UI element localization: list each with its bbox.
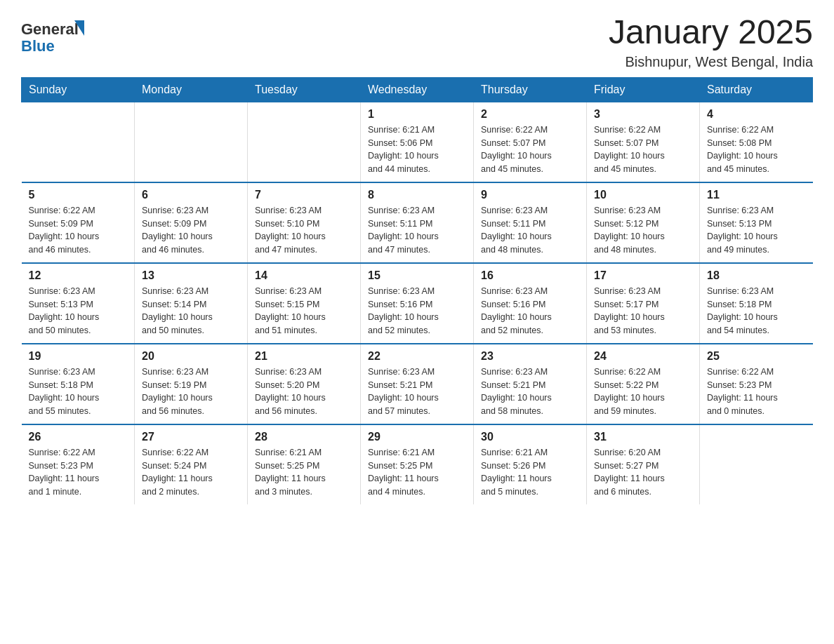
day-info: Sunrise: 6:23 AM Sunset: 5:16 PM Dayligh… — [481, 285, 579, 337]
day-number: 19 — [29, 350, 128, 363]
day-number: 22 — [368, 350, 466, 363]
day-info: Sunrise: 6:21 AM Sunset: 5:06 PM Dayligh… — [368, 123, 466, 176]
calendar-week-row: 1Sunrise: 6:21 AM Sunset: 5:06 PM Daylig… — [22, 102, 813, 182]
calendar-cell: 29Sunrise: 6:21 AM Sunset: 5:25 PM Dayli… — [361, 424, 474, 504]
calendar-cell — [135, 102, 248, 182]
day-number: 18 — [707, 269, 806, 282]
day-number: 24 — [594, 350, 692, 363]
month-title: January 2025 — [609, 14, 813, 51]
calendar-cell: 10Sunrise: 6:23 AM Sunset: 5:12 PM Dayli… — [587, 182, 700, 263]
calendar-table: SundayMondayTuesdayWednesdayThursdayFrid… — [21, 77, 813, 504]
calendar-cell: 28Sunrise: 6:21 AM Sunset: 5:25 PM Dayli… — [248, 424, 361, 504]
day-number: 11 — [707, 189, 806, 201]
day-info: Sunrise: 6:23 AM Sunset: 5:11 PM Dayligh… — [481, 204, 579, 257]
day-info: Sunrise: 6:22 AM Sunset: 5:08 PM Dayligh… — [707, 123, 806, 176]
calendar-cell: 9Sunrise: 6:23 AM Sunset: 5:11 PM Daylig… — [474, 182, 587, 263]
day-info: Sunrise: 6:23 AM Sunset: 5:09 PM Dayligh… — [142, 204, 240, 257]
day-info: Sunrise: 6:23 AM Sunset: 5:19 PM Dayligh… — [142, 365, 240, 418]
day-number: 10 — [594, 189, 692, 201]
day-info: Sunrise: 6:23 AM Sunset: 5:13 PM Dayligh… — [707, 204, 806, 257]
day-number: 20 — [142, 350, 240, 363]
day-number: 21 — [255, 350, 353, 363]
day-info: Sunrise: 6:22 AM Sunset: 5:07 PM Dayligh… — [481, 123, 579, 176]
calendar-cell: 23Sunrise: 6:23 AM Sunset: 5:21 PM Dayli… — [474, 344, 587, 424]
calendar-week-row: 26Sunrise: 6:22 AM Sunset: 5:23 PM Dayli… — [22, 424, 813, 504]
calendar-cell: 6Sunrise: 6:23 AM Sunset: 5:09 PM Daylig… — [135, 182, 248, 263]
calendar-cell: 11Sunrise: 6:23 AM Sunset: 5:13 PM Dayli… — [700, 182, 813, 263]
day-info: Sunrise: 6:23 AM Sunset: 5:21 PM Dayligh… — [368, 365, 466, 418]
day-info: Sunrise: 6:23 AM Sunset: 5:18 PM Dayligh… — [29, 365, 128, 418]
day-info: Sunrise: 6:21 AM Sunset: 5:25 PM Dayligh… — [368, 446, 466, 499]
calendar-header-row: SundayMondayTuesdayWednesdayThursdayFrid… — [22, 77, 813, 102]
calendar-cell: 14Sunrise: 6:23 AM Sunset: 5:15 PM Dayli… — [248, 263, 361, 344]
day-number: 2 — [481, 108, 579, 121]
calendar-week-row: 19Sunrise: 6:23 AM Sunset: 5:18 PM Dayli… — [22, 344, 813, 424]
day-info: Sunrise: 6:21 AM Sunset: 5:26 PM Dayligh… — [481, 446, 579, 499]
calendar-cell: 12Sunrise: 6:23 AM Sunset: 5:13 PM Dayli… — [22, 263, 135, 344]
day-info: Sunrise: 6:23 AM Sunset: 5:18 PM Dayligh… — [707, 285, 806, 337]
day-number: 12 — [29, 269, 128, 282]
day-number: 3 — [594, 108, 692, 121]
day-info: Sunrise: 6:21 AM Sunset: 5:25 PM Dayligh… — [255, 446, 353, 499]
calendar-cell: 24Sunrise: 6:22 AM Sunset: 5:22 PM Dayli… — [587, 344, 700, 424]
day-number: 30 — [481, 431, 579, 443]
calendar-cell: 4Sunrise: 6:22 AM Sunset: 5:08 PM Daylig… — [700, 102, 813, 182]
day-number: 29 — [368, 431, 466, 443]
day-number: 8 — [368, 189, 466, 201]
logo: General Blue — [21, 21, 84, 55]
weekday-header: Sunday — [22, 77, 135, 102]
calendar-cell: 18Sunrise: 6:23 AM Sunset: 5:18 PM Dayli… — [700, 263, 813, 344]
calendar-cell: 21Sunrise: 6:23 AM Sunset: 5:20 PM Dayli… — [248, 344, 361, 424]
weekday-header: Friday — [587, 77, 700, 102]
day-number: 17 — [594, 269, 692, 282]
day-info: Sunrise: 6:23 AM Sunset: 5:13 PM Dayligh… — [29, 285, 128, 337]
day-number: 23 — [481, 350, 579, 363]
day-number: 6 — [142, 189, 240, 201]
calendar-cell: 22Sunrise: 6:23 AM Sunset: 5:21 PM Dayli… — [361, 344, 474, 424]
calendar-cell: 26Sunrise: 6:22 AM Sunset: 5:23 PM Dayli… — [22, 424, 135, 504]
weekday-header: Saturday — [700, 77, 813, 102]
day-number: 28 — [255, 431, 353, 443]
calendar-cell — [700, 424, 813, 504]
calendar-cell: 16Sunrise: 6:23 AM Sunset: 5:16 PM Dayli… — [474, 263, 587, 344]
calendar-cell: 2Sunrise: 6:22 AM Sunset: 5:07 PM Daylig… — [474, 102, 587, 182]
calendar-cell: 8Sunrise: 6:23 AM Sunset: 5:11 PM Daylig… — [361, 182, 474, 263]
day-info: Sunrise: 6:22 AM Sunset: 5:22 PM Dayligh… — [594, 365, 692, 418]
logo-general-text: General — [21, 21, 79, 38]
day-info: Sunrise: 6:23 AM Sunset: 5:14 PM Dayligh… — [142, 285, 240, 337]
day-info: Sunrise: 6:23 AM Sunset: 5:17 PM Dayligh… — [594, 285, 692, 337]
logo-triangle-icon — [74, 20, 84, 36]
day-info: Sunrise: 6:22 AM Sunset: 5:23 PM Dayligh… — [707, 365, 806, 418]
day-number: 27 — [142, 431, 240, 443]
calendar-cell — [248, 102, 361, 182]
day-number: 15 — [368, 269, 466, 282]
page-header: General Blue January 2025 Bishnupur, Wes… — [21, 14, 813, 70]
day-number: 9 — [481, 189, 579, 201]
day-info: Sunrise: 6:23 AM Sunset: 5:10 PM Dayligh… — [255, 204, 353, 257]
day-info: Sunrise: 6:22 AM Sunset: 5:07 PM Dayligh… — [594, 123, 692, 176]
day-info: Sunrise: 6:23 AM Sunset: 5:16 PM Dayligh… — [368, 285, 466, 337]
calendar-week-row: 5Sunrise: 6:22 AM Sunset: 5:09 PM Daylig… — [22, 182, 813, 263]
day-info: Sunrise: 6:22 AM Sunset: 5:24 PM Dayligh… — [142, 446, 240, 499]
day-number: 13 — [142, 269, 240, 282]
weekday-header: Thursday — [474, 77, 587, 102]
day-number: 4 — [707, 108, 806, 121]
day-info: Sunrise: 6:23 AM Sunset: 5:11 PM Dayligh… — [368, 204, 466, 257]
day-number: 26 — [29, 431, 128, 443]
day-info: Sunrise: 6:23 AM Sunset: 5:12 PM Dayligh… — [594, 204, 692, 257]
calendar-cell — [22, 102, 135, 182]
day-number: 14 — [255, 269, 353, 282]
calendar-cell: 17Sunrise: 6:23 AM Sunset: 5:17 PM Dayli… — [587, 263, 700, 344]
calendar-cell: 7Sunrise: 6:23 AM Sunset: 5:10 PM Daylig… — [248, 182, 361, 263]
day-number: 16 — [481, 269, 579, 282]
day-info: Sunrise: 6:23 AM Sunset: 5:20 PM Dayligh… — [255, 365, 353, 418]
weekday-header: Tuesday — [248, 77, 361, 102]
logo-blue-text: Blue — [21, 38, 84, 55]
day-info: Sunrise: 6:22 AM Sunset: 5:23 PM Dayligh… — [29, 446, 128, 499]
calendar-cell: 30Sunrise: 6:21 AM Sunset: 5:26 PM Dayli… — [474, 424, 587, 504]
day-number: 31 — [594, 431, 692, 443]
calendar-cell: 25Sunrise: 6:22 AM Sunset: 5:23 PM Dayli… — [700, 344, 813, 424]
day-number: 25 — [707, 350, 806, 363]
day-info: Sunrise: 6:22 AM Sunset: 5:09 PM Dayligh… — [29, 204, 128, 257]
weekday-header: Wednesday — [361, 77, 474, 102]
